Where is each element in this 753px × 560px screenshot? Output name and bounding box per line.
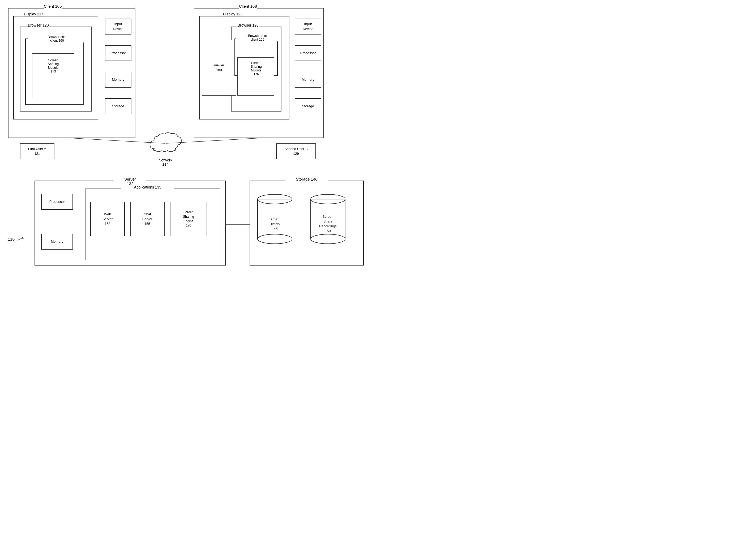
storage105-box: Storage <box>105 98 131 114</box>
architecture-diagram: Client 105 Display 117 Browser 120 Brows… <box>0 0 376 280</box>
mem108-box: Memory <box>295 72 321 87</box>
svg-text:145: 145 <box>272 227 278 231</box>
browserchat160-title: Browser-chatclient 160 <box>28 35 86 42</box>
svg-rect-10 <box>311 199 345 239</box>
ssr-cylinder: Screen Share Recordings 150 <box>308 191 348 247</box>
svg-text:Recordings: Recordings <box>319 224 337 228</box>
mem-server-box: Memory <box>41 234 73 249</box>
svg-marker-18 <box>21 237 24 239</box>
ssm176-title: ScreenSharingModule176 <box>239 61 273 76</box>
proc105-box: Processor <box>105 45 131 61</box>
svg-text:Share: Share <box>323 219 333 223</box>
mem105-box: Memory <box>105 72 131 87</box>
proc108-box: Processor <box>295 45 321 61</box>
inputdev105-box: InputDevice <box>105 19 131 35</box>
proc-server-box: Processor <box>41 194 73 210</box>
ssm173-title: ScreenSharingModule173 <box>34 58 73 73</box>
network-cloud-svg <box>147 132 182 155</box>
firstuser-box: First User A121 <box>20 143 55 159</box>
display117-title: Display 117 <box>24 12 43 16</box>
svg-text:Chat: Chat <box>271 217 279 221</box>
storage108-box: Storage <box>295 98 321 114</box>
client105-title: Client 105 <box>44 4 62 8</box>
chatserver155-box: ChatServer155 <box>130 202 165 236</box>
browser126-title: Browser 126 <box>238 23 259 27</box>
browser120-title: Browser 120 <box>28 23 49 27</box>
apps135-title: Applications 135 <box>121 185 174 189</box>
svg-text:Screen: Screen <box>322 215 333 219</box>
storage140-title: Storage 140 <box>285 177 328 181</box>
display123-title: Display 123 <box>223 12 242 16</box>
sse170-box: ScreenSharingEngine170 <box>170 202 207 236</box>
svg-text:150: 150 <box>325 229 331 233</box>
webserver153-box: WebServer153 <box>90 202 125 236</box>
seconduser-box: Second User B129 <box>276 143 316 159</box>
ref110-arrow <box>16 236 24 242</box>
viewer180-box: Viewer180 <box>202 40 236 96</box>
chathistory-cylinder: Chat History 145 <box>255 191 295 247</box>
network-label: Network114 <box>148 158 183 166</box>
ref110-label: 110 <box>8 236 24 242</box>
server132-title: Server132 <box>114 177 146 186</box>
browserchat165-title: Browser-chatclient 165 <box>236 34 279 41</box>
svg-text:History: History <box>269 222 280 226</box>
client108-title: Client 108 <box>239 4 257 8</box>
inputdev108-box: InputDevice <box>295 19 321 35</box>
